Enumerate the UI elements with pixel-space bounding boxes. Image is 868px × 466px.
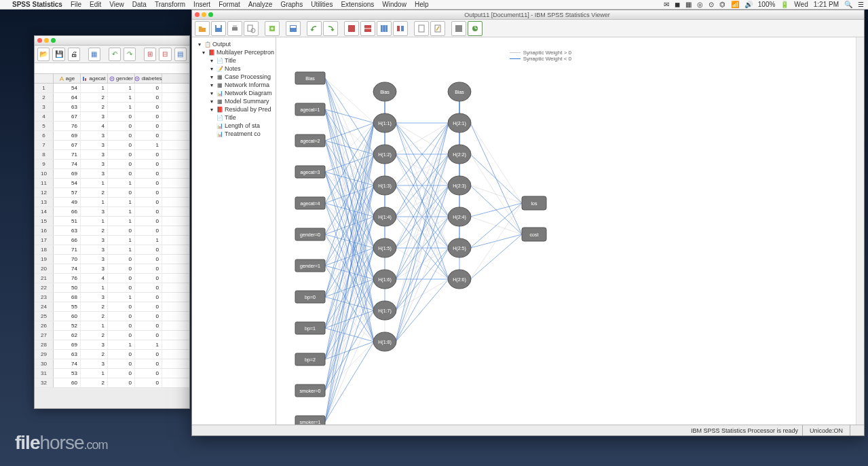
disclosure-icon[interactable]: ▾ (208, 106, 215, 113)
cell[interactable]: 3 (81, 131, 108, 140)
table-row[interactable]: 2652100 (35, 321, 189, 331)
cell[interactable]: 3 (81, 169, 108, 178)
outline-item[interactable]: ▾📊Network Diagram (193, 89, 274, 97)
outline-item[interactable]: ▾📕Multilayer Perceptron (193, 48, 274, 56)
disclosure-icon[interactable]: ▾ (208, 65, 215, 72)
redo-button[interactable] (323, 21, 338, 36)
volume-icon[interactable]: 🔊 (744, 1, 753, 8)
status-icon[interactable]: ⏣ (719, 1, 725, 8)
row-header[interactable]: 15 (35, 217, 54, 226)
disclosure-icon[interactable]: ▾ (208, 98, 215, 105)
minimize-icon[interactable] (44, 38, 49, 43)
cell[interactable]: 68 (54, 293, 81, 302)
print-button[interactable] (227, 21, 242, 36)
cell[interactable]: 0 (108, 226, 135, 235)
column-header-gender[interactable]: gender (108, 74, 135, 83)
row-header[interactable]: 28 (35, 340, 54, 349)
cell[interactable]: 0 (108, 283, 135, 292)
cell[interactable]: 1 (108, 93, 135, 102)
row-header[interactable]: 24 (35, 302, 54, 311)
disclosure-icon[interactable]: ▾ (208, 90, 215, 96)
cell[interactable]: 0 (108, 188, 135, 197)
menu-format[interactable]: Format (219, 1, 240, 8)
row-header[interactable]: 5 (35, 122, 54, 130)
cell[interactable]: 0 (108, 302, 135, 311)
cell[interactable]: 66 (54, 236, 81, 245)
cell[interactable]: 53 (54, 369, 81, 378)
table-row[interactable]: 669300 (35, 131, 189, 141)
cell[interactable]: 0 (135, 169, 162, 178)
cell[interactable]: 2 (81, 226, 108, 235)
table-row[interactable]: 1349110 (35, 198, 189, 207)
cell[interactable]: 2 (81, 312, 108, 321)
print-preview-button[interactable] (244, 21, 259, 36)
cell[interactable]: 69 (54, 340, 81, 349)
cell[interactable]: 0 (108, 141, 135, 149)
cell[interactable]: 1 (108, 207, 135, 216)
table-row[interactable]: 1069300 (35, 169, 189, 179)
cell[interactable]: 0 (135, 245, 162, 254)
cell[interactable]: 3 (81, 236, 108, 245)
table-row[interactable]: 1154110 (35, 179, 189, 188)
row-header[interactable]: 25 (35, 312, 54, 321)
row-header[interactable]: 16 (35, 226, 54, 235)
row-header[interactable]: 32 (35, 378, 54, 387)
cell[interactable]: 0 (108, 255, 135, 264)
cell[interactable]: 0 (135, 255, 162, 264)
cell[interactable]: 67 (54, 141, 81, 149)
cell[interactable]: 0 (108, 359, 135, 368)
disclosure-icon[interactable]: ▾ (196, 41, 203, 48)
disclosure-icon[interactable]: ▾ (208, 73, 215, 80)
cell[interactable]: 0 (108, 160, 135, 168)
cell[interactable]: 64 (54, 93, 81, 102)
cell[interactable]: 0 (135, 274, 162, 283)
cell[interactable]: 2 (81, 350, 108, 359)
cell[interactable]: 52 (54, 321, 81, 330)
cell[interactable]: 0 (135, 207, 162, 216)
table-row[interactable]: 264210 (35, 93, 189, 103)
cell[interactable]: 1 (81, 321, 108, 330)
cell[interactable]: 70 (54, 255, 81, 264)
cell[interactable]: 0 (135, 93, 162, 102)
cell[interactable]: 0 (135, 217, 162, 226)
outline-item[interactable]: ▾📕Residual by Pred (193, 105, 274, 113)
outline-item[interactable]: 📄Title (193, 113, 274, 122)
cell[interactable]: 1 (108, 217, 135, 226)
cell[interactable]: 0 (108, 150, 135, 159)
cell[interactable]: 0 (135, 160, 162, 168)
battery-icon[interactable]: 🔋 (780, 1, 789, 8)
cell[interactable]: 2 (81, 93, 108, 102)
cell[interactable]: 69 (54, 169, 81, 178)
row-header[interactable]: 10 (35, 169, 54, 178)
cell[interactable]: 0 (108, 264, 135, 273)
cell[interactable]: 63 (54, 103, 81, 111)
table-row[interactable]: 2455200 (35, 302, 189, 312)
table-row[interactable]: 1766311 (35, 236, 189, 245)
table-row[interactable]: 576400 (35, 122, 189, 131)
select-cases-button[interactable] (393, 21, 408, 36)
cell[interactable]: 66 (54, 207, 81, 216)
row-header[interactable]: 26 (35, 321, 54, 330)
save-button[interactable] (211, 21, 226, 36)
menu-data[interactable]: Data (132, 1, 147, 8)
app-menu[interactable]: SPSS Statistics (12, 1, 62, 8)
grid-corner[interactable] (35, 74, 54, 83)
cell[interactable]: 50 (54, 283, 81, 292)
cell[interactable]: 0 (135, 264, 162, 273)
cell[interactable]: 1 (108, 236, 135, 245)
cell[interactable]: 69 (54, 131, 81, 140)
cell[interactable]: 1 (108, 84, 135, 92)
menu-graphs[interactable]: Graphs (280, 1, 303, 8)
row-header[interactable]: 13 (35, 198, 54, 207)
row-header[interactable]: 14 (35, 207, 54, 216)
row-header[interactable]: 29 (35, 350, 54, 359)
cell[interactable]: 2 (81, 331, 108, 340)
menu-edit[interactable]: Edit (90, 1, 101, 8)
cell[interactable]: 74 (54, 264, 81, 273)
cell[interactable]: 0 (108, 312, 135, 321)
cell[interactable]: 0 (135, 359, 162, 368)
spotlight-icon[interactable]: 🔍 (844, 1, 852, 8)
print-button[interactable]: 🖨 (68, 48, 80, 61)
status-icon[interactable]: ◼ (675, 1, 680, 8)
row-header[interactable]: 20 (35, 264, 54, 273)
